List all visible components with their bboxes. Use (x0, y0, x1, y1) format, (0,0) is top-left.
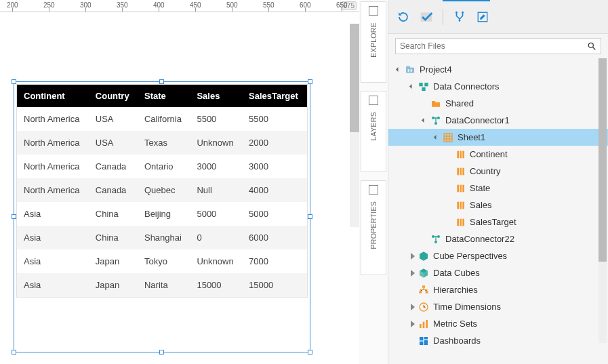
table-cell: 15000 (242, 273, 307, 297)
project-icon (405, 64, 416, 75)
svg-rect-22 (457, 184, 459, 192)
toolbar-separator (443, 9, 443, 25)
search-box[interactable] (395, 38, 601, 54)
resize-handle[interactable] (308, 214, 312, 219)
svg-rect-16 (457, 150, 459, 158)
table-cell: 7000 (242, 249, 307, 273)
column-header[interactable]: SalesTarget (242, 85, 307, 107)
metric-icon (418, 319, 429, 329)
tree-item[interactable]: Continent (388, 146, 608, 163)
tree-item[interactable]: Cube Perspectives (388, 247, 608, 264)
resize-handle[interactable] (159, 350, 164, 355)
tree-item[interactable]: Sheet1 (388, 129, 608, 146)
resize-handle[interactable] (12, 350, 16, 355)
explorer-tree[interactable]: Project4 Data ConnectorsSharedDataConnec… (388, 58, 608, 356)
svg-rect-30 (462, 218, 464, 226)
tree-item[interactable]: Country (388, 163, 608, 180)
svg-rect-28 (457, 218, 459, 226)
scrollbar-thumb[interactable] (350, 24, 359, 132)
tree-label: Dashboards (433, 336, 481, 346)
svg-rect-25 (457, 201, 459, 209)
svg-point-4 (588, 43, 593, 47)
folder-icon (430, 98, 441, 109)
table-row[interactable]: AsiaJapanNarita1500015000 (17, 273, 307, 297)
tree-item[interactable]: SalesTarget (388, 214, 608, 230)
tree-item[interactable]: Hierarchies (388, 281, 608, 298)
svg-rect-21 (462, 167, 464, 175)
table-row[interactable]: North AmericaCanadaOntario30003000 (17, 155, 307, 178)
tree-item[interactable]: Metric Sets (388, 315, 608, 332)
edit-icon[interactable] (476, 10, 489, 24)
table-row[interactable]: AsiaJapanTokyoUnknown7000 (17, 249, 307, 273)
svg-rect-20 (460, 167, 462, 175)
expand-arrow-icon[interactable] (395, 66, 402, 73)
expand-arrow-icon[interactable] (409, 321, 416, 327)
table-cell: Unknown (190, 249, 242, 273)
scrollbar-thumb[interactable] (599, 58, 607, 262)
table-row[interactable]: North AmericaCanadaQuebecNull4000 (17, 178, 307, 202)
expand-arrow-icon[interactable] (409, 304, 416, 310)
tree-item[interactable]: Data Connectors (388, 78, 608, 95)
tree-item[interactable]: Time Dimensions (388, 298, 608, 315)
expand-arrow-icon[interactable] (409, 270, 416, 277)
tree-label: SalesTarget (470, 217, 516, 227)
table-row[interactable]: North AmericaUSATexasUnknown2000 (17, 131, 307, 155)
expand-arrow-icon[interactable] (421, 117, 428, 124)
svg-rect-6 (406, 66, 410, 68)
resize-handle[interactable] (308, 79, 312, 84)
resize-handle[interactable] (159, 79, 164, 84)
table-cell: 5500 (242, 107, 307, 131)
expand-arrow-icon[interactable] (409, 253, 416, 260)
table-cell: North America (17, 155, 89, 178)
column-header[interactable]: State (138, 85, 190, 107)
checkmark-icon[interactable] (420, 10, 433, 24)
column-header[interactable]: Sales (190, 85, 242, 107)
table-cell: 3000 (190, 155, 242, 178)
tree-item[interactable]: DataConnector1 (388, 112, 608, 129)
merge-icon[interactable] (453, 10, 466, 24)
expand-arrow-icon[interactable] (433, 134, 440, 141)
search-input[interactable] (400, 41, 587, 51)
connectors-icon (418, 81, 429, 92)
resize-handle[interactable] (308, 350, 312, 355)
expand-arrow-icon[interactable] (409, 83, 416, 90)
tree-item[interactable]: Shared (388, 95, 608, 112)
resize-handle[interactable] (12, 79, 16, 84)
side-tab-layers[interactable]: LAYERS (361, 91, 386, 172)
table-cell: Texas (138, 131, 190, 155)
tree-scrollbar[interactable] (599, 58, 607, 343)
refresh-icon[interactable] (397, 10, 410, 24)
tree-label: Sales (470, 200, 492, 210)
canvas-scrollbar[interactable] (350, 24, 359, 227)
tree-item[interactable]: DataConnector22 (388, 230, 608, 247)
svg-rect-36 (426, 291, 428, 293)
column-header[interactable]: Country (89, 85, 138, 107)
side-tab-explore[interactable]: EXPLORE (361, 1, 386, 83)
tree-project-root[interactable]: Project4 (388, 61, 608, 78)
search-icon[interactable] (587, 41, 596, 51)
table-cell: Canada (89, 155, 138, 178)
table-row[interactable]: AsiaChinaShanghai06000 (17, 226, 307, 249)
table-cell: USA (89, 107, 138, 131)
table-cell: Unknown (190, 131, 242, 155)
tree-item[interactable]: Sales (388, 197, 608, 214)
tree-item[interactable]: State (388, 180, 608, 197)
column-header[interactable]: Continent (17, 85, 89, 107)
table-cell: USA (89, 131, 138, 155)
table-row[interactable]: North AmericaUSACalifornia55005500 (17, 107, 307, 131)
table-row[interactable]: AsiaChinaBeijing50005000 (17, 202, 307, 226)
resize-handle[interactable] (12, 214, 16, 219)
side-tab-properties[interactable]: PROPERTIES (361, 180, 386, 275)
field-icon (455, 183, 466, 194)
svg-rect-17 (460, 150, 462, 158)
tree-label: Metric Sets (433, 319, 477, 329)
tree-item[interactable]: Data Cubes (388, 264, 608, 281)
svg-rect-41 (420, 337, 423, 340)
data-table[interactable]: ContinentCountryStateSalesSalesTarget No… (16, 84, 308, 298)
design-canvas[interactable]: 675 200250300350400450500550600650 Conti… (0, 0, 359, 364)
table-cell: California (138, 107, 190, 131)
table-cell: North America (17, 131, 89, 155)
table-cell: 5500 (190, 107, 242, 131)
tree-item[interactable]: Dashboards (388, 332, 608, 349)
svg-rect-15 (444, 134, 452, 142)
